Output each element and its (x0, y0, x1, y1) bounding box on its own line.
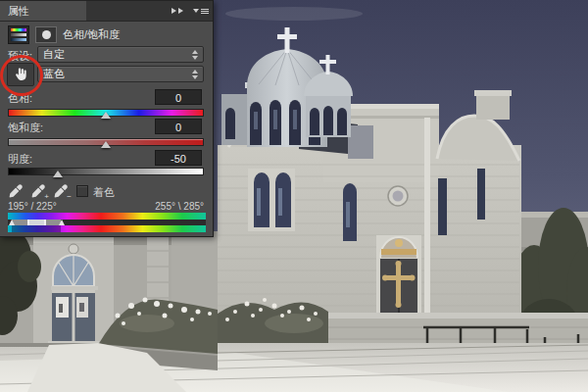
preset-dropdown[interactable]: 自定 (37, 46, 204, 63)
panel-header: 属性 (0, 1, 213, 22)
channel-dropdown[interactable]: 蓝色 (37, 66, 204, 82)
colorize-checkbox[interactable] (76, 185, 88, 197)
range-degrees-left: 195° / 225° (8, 201, 57, 212)
range-degrees-right: 255° \ 285° (155, 201, 204, 212)
adjustment-title-row: 色相/饱和度 (8, 25, 120, 44)
hand-pointer-icon (12, 67, 30, 83)
preset-value: 自定 (43, 47, 65, 62)
eyedropper-minus-icon[interactable]: − (53, 183, 69, 199)
eyedropper-icon[interactable] (8, 183, 24, 199)
channel-value: 蓝色 (43, 67, 65, 81)
eyedropper-plus-icon[interactable]: + (30, 183, 46, 199)
hue-spectrum-bar-bottom (8, 225, 206, 232)
mask-thumbnail-icon (35, 26, 57, 43)
lightness-value[interactable]: -50 (155, 150, 202, 166)
dropdown-spinner-icon (192, 70, 198, 79)
hue-slider-thumb[interactable] (101, 112, 111, 119)
hue-label: 色相: (8, 91, 32, 106)
screenshot: 属性 色相/饱和度 预设: 自定 蓝色 (0, 0, 588, 392)
hue-spectrum-bar-top (8, 213, 206, 220)
hue-slider[interactable] (8, 109, 204, 117)
tab-properties[interactable]: 属性 (0, 1, 86, 21)
properties-panel: 属性 色相/饱和度 预设: 自定 蓝色 (0, 0, 214, 237)
preset-label: 预设: (8, 49, 32, 64)
lightness-slider-thumb[interactable] (53, 171, 63, 177)
panel-menu-icon[interactable] (193, 9, 209, 14)
hue-saturation-adjustment-icon (8, 25, 29, 44)
targeted-adjustment-button[interactable] (7, 63, 34, 86)
collapse-to-icons-icon[interactable] (172, 8, 185, 14)
hue-value[interactable]: 0 (155, 89, 202, 105)
lightness-label: 明度: (8, 152, 32, 167)
adjustment-title: 色相/饱和度 (63, 27, 120, 42)
colorize-label: 着色 (93, 185, 115, 200)
saturation-slider-thumb[interactable] (101, 141, 111, 148)
saturation-slider[interactable] (8, 138, 204, 146)
dropdown-spinner-icon (192, 50, 198, 60)
saturation-label: 饱和度: (8, 121, 43, 135)
lightness-slider[interactable] (8, 168, 204, 175)
adjusted-range-overlay (12, 225, 61, 232)
saturation-value[interactable]: 0 (155, 119, 202, 134)
